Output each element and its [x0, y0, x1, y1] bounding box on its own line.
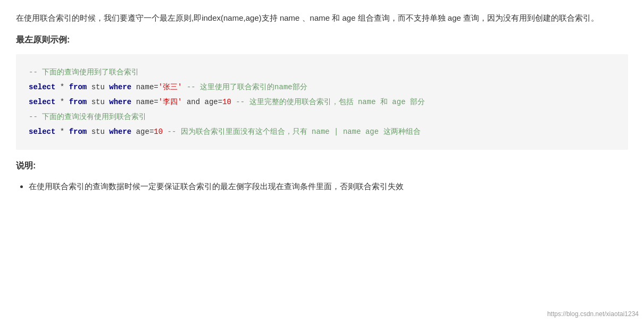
bullet-list: 在使用联合索引的查询数据时候一定要保证联合索引的最左侧字段出现在查询条件里面，否…: [29, 179, 628, 193]
code-text-2c: name=: [136, 98, 158, 106]
code-text-1c: name=: [136, 83, 158, 91]
code-text-3b: stu: [91, 128, 110, 136]
comment-line1: -- 这里使用了联合索引的name部分: [182, 83, 307, 91]
code-block: -- 下面的查询使用到了联合索引 select * from stu where…: [16, 54, 628, 150]
keyword-from2: from: [69, 98, 87, 106]
comment-line2: -- 这里完整的使用联合索引，包括 name 和 age 部分: [231, 98, 425, 106]
code-line2: select * from stu where name='李四' and ag…: [29, 95, 615, 109]
keyword-select3: select: [29, 128, 55, 136]
code-text-2b: stu: [91, 98, 110, 106]
keyword-where3: where: [109, 128, 131, 136]
intro-paragraph: 在使用联合索引的时候，我们要遵守一个最左原则,即index(name,age)支…: [16, 11, 628, 25]
comment1-text: -- 下面的查询使用到了联合索引: [29, 68, 139, 76]
string-zhangsan: '张三': [158, 83, 182, 91]
code-text-1b: stu: [91, 83, 110, 91]
number-10b: 10: [154, 128, 163, 136]
keyword-select2: select: [29, 98, 55, 106]
section1-title: 最左原则示例:: [16, 35, 628, 46]
bullet-item-1: 在使用联合索引的查询数据时候一定要保证联合索引的最左侧字段出现在查询条件里面，否…: [29, 179, 628, 193]
code-text-3c: age=: [136, 128, 154, 136]
keyword-from1: from: [69, 83, 87, 91]
code-text-2d: and age=: [182, 98, 223, 106]
string-lisi: '李四': [158, 98, 182, 106]
code-line1: select * from stu where name='张三' -- 这里使…: [29, 80, 615, 95]
keyword-where1: where: [109, 83, 131, 91]
number-10a: 10: [222, 98, 231, 106]
keyword-where2: where: [109, 98, 131, 106]
code-text-1a: *: [60, 83, 69, 91]
keyword-select1: select: [29, 83, 55, 91]
comment-line3: -- 因为联合索引里面没有这个组合，只有 name | name age 这两种…: [163, 128, 420, 136]
keyword-from3: from: [69, 128, 87, 136]
comment2-text: -- 下面的查询没有使用到联合索引: [29, 113, 146, 121]
section2-title: 说明:: [16, 160, 628, 172]
code-line3: select * from stu where age=10 -- 因为联合索引…: [29, 124, 615, 139]
code-text-3a: *: [60, 128, 69, 136]
code-comment2: -- 下面的查询没有使用到联合索引: [29, 109, 615, 124]
code-text-2a: *: [60, 98, 69, 106]
code-comment1: -- 下面的查询使用到了联合索引: [29, 65, 615, 80]
